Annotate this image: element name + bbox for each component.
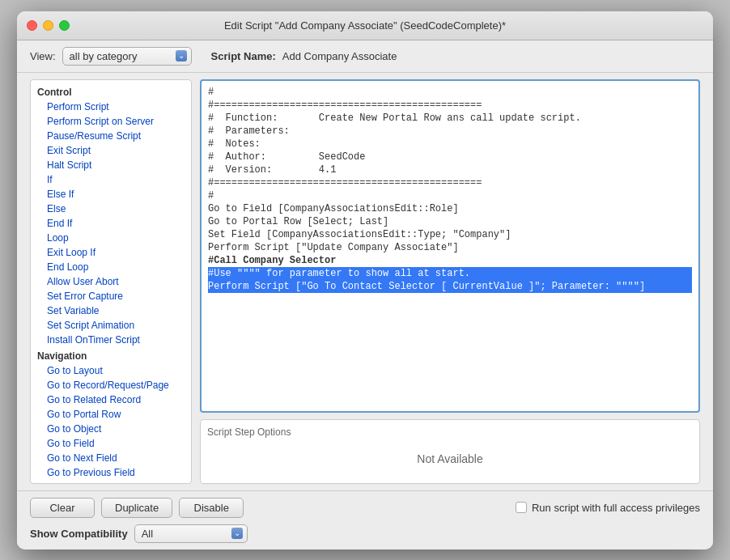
- code-line[interactable]: Go to Field [CompanyAssociationsEdit::Ro…: [208, 202, 692, 215]
- script-name-section: Script Name: Add Company Associate: [211, 50, 397, 62]
- code-line[interactable]: Go to Portal Row [Select; Last]: [208, 215, 692, 228]
- clear-button[interactable]: Clear: [30, 498, 95, 518]
- duplicate-button[interactable]: Duplicate: [101, 498, 172, 518]
- close-button[interactable]: [27, 20, 37, 31]
- sidebar-item[interactable]: Set Variable: [31, 303, 191, 318]
- compat-select[interactable]: All: [134, 524, 248, 543]
- code-line[interactable]: Set Field [CompanyAssociationsEdit::Type…: [208, 228, 692, 241]
- sidebar-item[interactable]: End If: [31, 216, 191, 231]
- sidebar-item[interactable]: Else: [31, 202, 191, 216]
- minimize-button[interactable]: [43, 20, 53, 31]
- sidebar-item[interactable]: Perform Script on Server: [31, 114, 191, 129]
- sidebar-section-header: Navigation: [31, 347, 191, 363]
- code-panel: ##======================================…: [200, 79, 700, 484]
- code-line[interactable]: # Function: Create New Portal Row ans ca…: [208, 112, 692, 125]
- code-line[interactable]: #=======================================…: [208, 99, 692, 112]
- full-access-checkbox[interactable]: [516, 502, 527, 513]
- main-window: Edit Script "Add Company Associate" (See…: [17, 11, 713, 549]
- code-line[interactable]: # Parameters:: [208, 125, 692, 138]
- sidebar-item[interactable]: Allow User Abort: [31, 274, 191, 289]
- sidebar-item[interactable]: Go to Record/Request/Page: [31, 378, 191, 392]
- window-title: Edit Script "Add Company Associate" (See…: [224, 19, 506, 32]
- bottom-row: Clear Duplicate Disable Run script with …: [30, 498, 700, 518]
- sidebar-section-header: Control: [31, 83, 191, 100]
- code-line[interactable]: # Author: SeedCode: [208, 151, 692, 163]
- sidebar-item[interactable]: Go to Layout: [31, 363, 191, 378]
- titlebar: Edit Script "Add Company Associate" (See…: [17, 11, 713, 40]
- sidebar-item[interactable]: Go to Field: [31, 436, 191, 451]
- code-line[interactable]: #=======================================…: [208, 176, 692, 189]
- bottom-bar: Clear Duplicate Disable Run script with …: [17, 490, 713, 549]
- compat-select-wrapper: All: [134, 524, 248, 543]
- code-line[interactable]: #Use """" for parameter to show all at s…: [208, 267, 692, 280]
- sidebar-item[interactable]: Halt Script: [31, 158, 191, 172]
- sidebar-item[interactable]: Go to Next Field: [31, 451, 191, 465]
- code-editor[interactable]: ##======================================…: [200, 79, 700, 413]
- main-content: ControlPerform ScriptPerform Script on S…: [17, 73, 713, 490]
- script-name-label: Script Name:: [211, 50, 276, 62]
- script-step-options: Script Step Options Not Available: [200, 419, 700, 484]
- sidebar-item[interactable]: Exit Loop If: [31, 245, 191, 260]
- script-step-options-label: Script Step Options: [207, 426, 693, 438]
- sidebar: ControlPerform ScriptPerform Script on S…: [30, 79, 192, 484]
- sidebar-item[interactable]: If: [31, 172, 191, 187]
- sidebar-item[interactable]: Set Error Capture: [31, 289, 191, 303]
- view-select-wrapper: all by category: [62, 47, 192, 66]
- sidebar-item[interactable]: Else If: [31, 187, 191, 202]
- script-name-value: Add Company Associate: [282, 50, 397, 62]
- code-line[interactable]: # Version: 4.1: [208, 163, 692, 176]
- sidebar-item[interactable]: Exit Script: [31, 143, 191, 158]
- maximize-button[interactable]: [59, 20, 70, 31]
- code-line[interactable]: Perform Script ["Update Company Associat…: [208, 241, 692, 254]
- sidebar-item[interactable]: Go to Portal Row: [31, 407, 191, 422]
- disable-button[interactable]: Disable: [179, 498, 244, 518]
- sidebar-item[interactable]: Go to Object: [31, 422, 191, 436]
- sidebar-item[interactable]: Install OnTimer Script: [31, 333, 191, 347]
- code-line[interactable]: # Notes:: [208, 138, 692, 151]
- sidebar-item[interactable]: End Loop: [31, 260, 191, 274]
- compatibility-label: Show Compatibility: [30, 528, 128, 540]
- code-line[interactable]: #Call Company Selector: [208, 254, 692, 267]
- code-line[interactable]: Perform Script ["Go To Contact Selector …: [208, 280, 692, 293]
- sidebar-item[interactable]: Go to Related Record: [31, 392, 191, 407]
- not-available-text: Not Available: [207, 441, 693, 477]
- view-label: View:: [30, 50, 56, 62]
- compatibility-section: Show Compatibility All: [30, 524, 700, 543]
- toolbar: View: all by category Script Name: Add C…: [17, 40, 713, 73]
- sidebar-item[interactable]: Set Script Animation: [31, 318, 191, 333]
- sidebar-item[interactable]: Perform Script: [31, 100, 191, 114]
- action-buttons: Clear Duplicate Disable: [30, 498, 244, 518]
- full-access-wrapper: Run script with full access privileges: [516, 502, 700, 514]
- code-line[interactable]: #: [208, 86, 692, 99]
- sidebar-item[interactable]: Go to Previous Field: [31, 465, 191, 480]
- sidebar-item[interactable]: Pause/Resume Script: [31, 129, 191, 143]
- full-access-label: Run script with full access privileges: [532, 502, 700, 514]
- code-line[interactable]: #: [208, 189, 692, 202]
- view-select[interactable]: all by category: [62, 47, 192, 66]
- traffic-lights: [27, 20, 70, 31]
- sidebar-item[interactable]: Loop: [31, 231, 191, 245]
